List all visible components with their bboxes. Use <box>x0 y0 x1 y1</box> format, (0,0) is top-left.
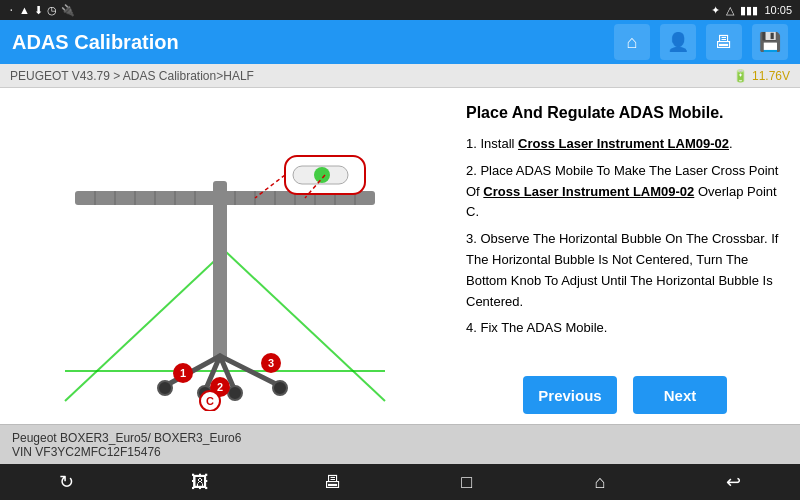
vehicle-info: Peugeot BOXER3_Euro5/ BOXER3_Euro6 VIN V… <box>12 431 241 459</box>
alarm-icon: ◷ <box>47 4 57 17</box>
previous-button[interactable]: Previous <box>523 376 617 414</box>
refresh-nav-icon[interactable]: ↩ <box>717 466 749 498</box>
navigation-buttons: Previous Next <box>466 366 784 414</box>
app-header: ADAS Calibration ⌂ 👤 🖶 💾 <box>0 20 800 64</box>
adas-diagram: 1 2 3 C <box>15 101 435 411</box>
svg-line-1 <box>65 251 225 401</box>
battery-voltage: 11.76V <box>752 69 790 83</box>
vehicle-vin: VIN VF3YC2MFC12F15476 <box>12 445 241 459</box>
export-button[interactable]: 💾 <box>752 24 788 60</box>
print-nav-icon[interactable]: 🖶 <box>317 466 349 498</box>
svg-point-29 <box>228 386 242 400</box>
svg-rect-3 <box>213 181 227 361</box>
status-bar-left: ⬝ ▲ ⬇ ◷ 🔌 <box>8 4 75 17</box>
status-bar-right: ✦ △ ▮▮▮ 10:05 <box>711 4 792 17</box>
signal-icon: ▮▮▮ <box>740 4 758 17</box>
battery-info: 🔋 11.76V <box>733 69 790 83</box>
instructions-panel: Place And Regulate ADAS Mobile. 1. Insta… <box>450 88 800 424</box>
home-button[interactable]: ⌂ <box>614 24 650 60</box>
header-icon-group: ⌂ 👤 🖶 💾 <box>614 24 788 60</box>
svg-text:3: 3 <box>268 357 274 369</box>
image-nav-icon[interactable]: 🖼 <box>184 466 216 498</box>
download-icon: ⬇ <box>34 4 43 17</box>
svg-point-30 <box>273 381 287 395</box>
svg-line-2 <box>225 251 385 401</box>
vehicle-model: Peugeot BOXER3_Euro5/ BOXER3_Euro6 <box>12 431 241 445</box>
svg-text:1: 1 <box>180 367 186 379</box>
diagram-panel: 1 2 3 C <box>0 88 450 424</box>
bluetooth-icon: ⬝ <box>8 4 15 16</box>
svg-text:C: C <box>206 395 214 407</box>
back-nav-icon[interactable]: ↻ <box>51 466 83 498</box>
user-button[interactable]: 👤 <box>660 24 696 60</box>
home-nav-icon[interactable]: ⌂ <box>584 466 616 498</box>
breadcrumb-bar: PEUGEOT V43.79 > ADAS Calibration>HALF 🔋… <box>0 64 800 88</box>
instructions-body: 1. Install Cross Laser Instrument LAM09-… <box>466 134 784 356</box>
square-nav-icon[interactable]: □ <box>451 466 483 498</box>
bt-icon: ✦ <box>711 4 720 17</box>
app-title: ADAS Calibration <box>12 31 179 54</box>
nav-bar: ↻ 🖼 🖶 □ ⌂ ↩ <box>0 464 800 500</box>
print-button[interactable]: 🖶 <box>706 24 742 60</box>
svg-text:2: 2 <box>217 381 223 393</box>
svg-point-20 <box>314 167 330 183</box>
breadcrumb: PEUGEOT V43.79 > ADAS Calibration>HALF <box>10 69 254 83</box>
info-bar: Peugeot BOXER3_Euro5/ BOXER3_Euro6 VIN V… <box>0 424 800 464</box>
battery-icon: 🔋 <box>733 69 748 83</box>
wifi-icon: △ <box>726 4 734 17</box>
time-display: 10:05 <box>764 4 792 16</box>
usb-icon: 🔌 <box>61 4 75 17</box>
svg-point-27 <box>158 381 172 395</box>
notification-icon: ▲ <box>19 4 30 16</box>
main-content: 1 2 3 C Place And Regulate ADAS Mobile. … <box>0 88 800 424</box>
instructions-title: Place And Regulate ADAS Mobile. <box>466 104 784 122</box>
status-bar: ⬝ ▲ ⬇ ◷ 🔌 ✦ △ ▮▮▮ 10:05 <box>0 0 800 20</box>
next-button[interactable]: Next <box>633 376 727 414</box>
